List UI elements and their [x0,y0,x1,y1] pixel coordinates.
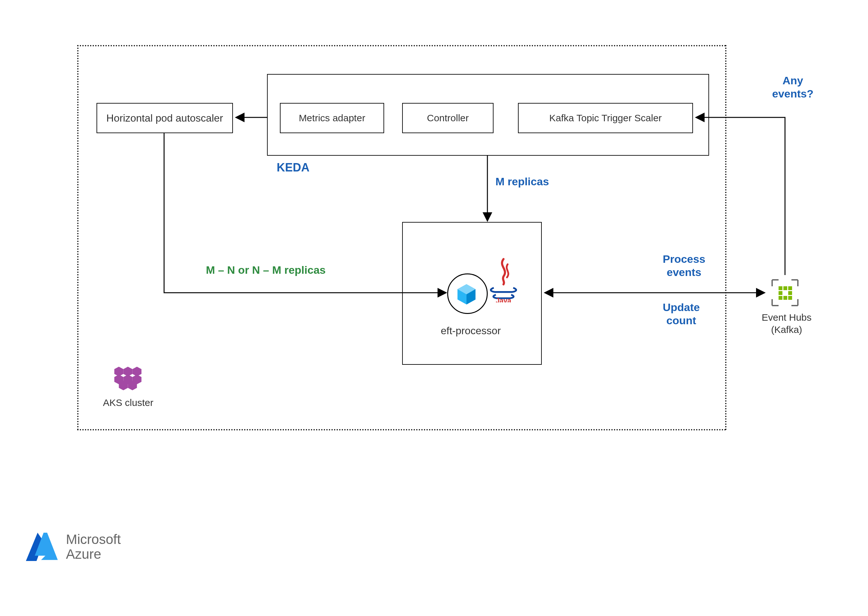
azure-logo-icon [24,531,60,563]
azure-logo: Microsoft Azure [24,531,121,563]
azure-logo-text-2: Azure [66,547,121,562]
arrows-layer [0,0,868,616]
azure-logo-text-1: Microsoft [66,532,121,547]
diagram-canvas: Horizontal pod autoscaler KEDA Metrics a… [0,0,868,616]
